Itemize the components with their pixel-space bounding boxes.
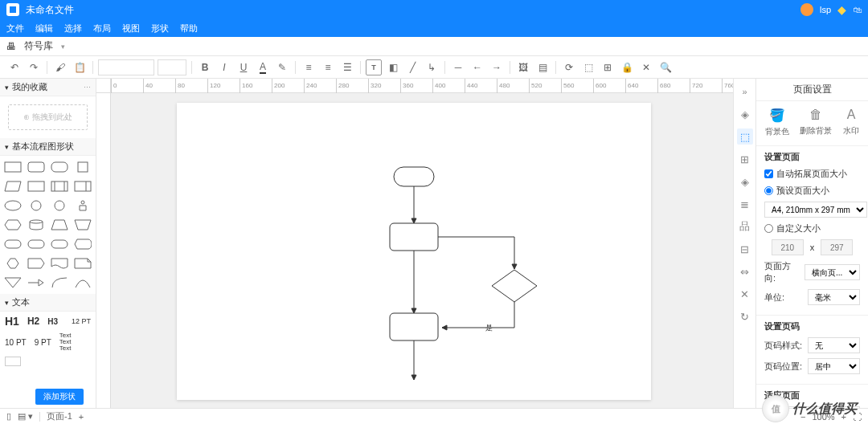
menu-edit[interactable]: 编辑 bbox=[35, 22, 53, 35]
preset-size-radio[interactable] bbox=[764, 186, 773, 195]
settings-icon[interactable]: ✕ bbox=[638, 59, 654, 75]
resize-icon[interactable]: ⇔ bbox=[737, 263, 753, 279]
shape-rect[interactable] bbox=[3, 159, 23, 175]
shape-hexagon[interactable] bbox=[3, 217, 23, 233]
group-icon[interactable]: ⊞ bbox=[600, 59, 616, 75]
vip-icon[interactable]: ◆ bbox=[837, 3, 846, 16]
shape-actor[interactable] bbox=[72, 198, 92, 214]
shape-roundrect2[interactable] bbox=[50, 159, 70, 175]
zoom-in-button[interactable]: + bbox=[841, 412, 846, 422]
shape-arc2[interactable] bbox=[72, 275, 92, 291]
shape-circle2[interactable] bbox=[50, 198, 70, 214]
shape-flag[interactable] bbox=[27, 255, 47, 271]
shape-card[interactable] bbox=[72, 178, 92, 194]
terminator-shape[interactable] bbox=[394, 167, 434, 186]
shape-tri[interactable] bbox=[3, 275, 23, 291]
font-family-select[interactable] bbox=[98, 59, 154, 75]
layers-strip-icon[interactable]: ◈ bbox=[737, 173, 753, 190]
redo-icon[interactable]: ↷ bbox=[26, 59, 42, 75]
line-style-icon[interactable]: ─ bbox=[450, 59, 466, 75]
process-shape-2[interactable] bbox=[390, 313, 438, 340]
shape-stadium2[interactable] bbox=[27, 236, 47, 252]
shape-terminator[interactable] bbox=[50, 236, 70, 252]
page-list-icon[interactable]: ▤ ▾ bbox=[18, 411, 33, 422]
tab-bg-color[interactable]: 🪣背景色 bbox=[765, 108, 789, 137]
page-settings-icon[interactable]: ⬚ bbox=[737, 128, 753, 145]
arrow-start-icon[interactable]: ← bbox=[469, 59, 485, 75]
lock-icon[interactable]: 🔒 bbox=[619, 59, 635, 75]
basic-shapes-header[interactable]: ▾基本流程图形状 bbox=[0, 138, 96, 156]
shape-roundrect[interactable] bbox=[27, 159, 47, 175]
shape-square[interactable] bbox=[72, 159, 92, 175]
custom-size-radio[interactable] bbox=[764, 224, 773, 233]
shape-display[interactable] bbox=[72, 236, 92, 252]
grid-icon[interactable]: ⊞ bbox=[737, 151, 753, 167]
print-icon[interactable]: 🖶 bbox=[6, 41, 16, 52]
shape-circle[interactable] bbox=[27, 198, 47, 214]
fill-color-icon[interactable]: ◧ bbox=[385, 59, 401, 75]
shape-arc[interactable] bbox=[50, 275, 70, 291]
clipboard-icon[interactable]: 📋 bbox=[72, 59, 88, 75]
number-style-select[interactable]: 无 bbox=[808, 337, 860, 353]
shape-subprocess[interactable] bbox=[50, 178, 70, 194]
shape-line[interactable] bbox=[27, 275, 47, 291]
user-name[interactable]: lsp bbox=[820, 5, 831, 14]
font-color-icon[interactable]: A bbox=[255, 59, 271, 75]
align-icon[interactable]: ⬚ bbox=[580, 59, 596, 75]
heading-h2[interactable]: H2 bbox=[27, 316, 39, 327]
cart-icon[interactable]: 🛍 bbox=[853, 5, 862, 14]
decision-shape[interactable] bbox=[492, 270, 537, 302]
history-icon[interactable]: ↻ bbox=[737, 308, 753, 324]
tab-watermark[interactable]: A水印 bbox=[843, 108, 859, 137]
text-sample[interactable]: TextTextText bbox=[59, 332, 72, 352]
arrow-end-icon[interactable]: → bbox=[489, 59, 505, 75]
menu-help[interactable]: 帮助 bbox=[180, 22, 198, 35]
bold-icon[interactable]: B bbox=[197, 59, 213, 75]
tab-delete-bg[interactable]: 🗑删除背景 bbox=[800, 108, 832, 137]
collapse-right-icon[interactable]: » bbox=[737, 84, 753, 100]
layers-icon[interactable]: ▤ bbox=[534, 59, 551, 75]
number-position-select[interactable]: 居中 bbox=[808, 358, 860, 374]
menu-select[interactable]: 选择 bbox=[64, 22, 82, 35]
arrange-icon[interactable]: ✕ bbox=[737, 286, 753, 302]
underline-icon[interactable]: U bbox=[235, 59, 252, 75]
shape-library-toggle[interactable]: 符号库 bbox=[24, 39, 53, 53]
crop-to-content-button[interactable]: ▣根据内容裁剪页面 bbox=[764, 406, 860, 408]
auto-expand-checkbox[interactable] bbox=[764, 169, 773, 178]
process-shape-1[interactable] bbox=[390, 223, 438, 251]
list-icon[interactable]: ☰ bbox=[339, 59, 355, 75]
menu-file[interactable]: 文件 bbox=[6, 22, 24, 35]
shape-cylinder[interactable] bbox=[27, 217, 47, 233]
menu-shape[interactable]: 形状 bbox=[151, 22, 169, 35]
highlight-icon[interactable]: ✎ bbox=[274, 59, 290, 75]
align-center-icon[interactable]: ≡ bbox=[320, 59, 336, 75]
shape-stadium[interactable] bbox=[3, 236, 23, 252]
canvas-area[interactable]: 0408012016020024028032036040044048052056… bbox=[96, 79, 733, 408]
db-icon[interactable]: ≣ bbox=[737, 196, 753, 212]
favorites-header[interactable]: ▾我的收藏⋯ bbox=[0, 79, 96, 96]
shape-note[interactable] bbox=[72, 255, 92, 271]
theme-icon[interactable]: ◈ bbox=[737, 106, 753, 122]
add-shapes-button[interactable]: 添加形状 bbox=[35, 389, 84, 405]
shape-rect2[interactable] bbox=[27, 178, 47, 194]
text-header[interactable]: ▾文本 bbox=[0, 294, 96, 312]
insert-image-icon[interactable]: 🖼 bbox=[515, 59, 531, 75]
line-color-icon[interactable]: ╱ bbox=[404, 59, 420, 75]
fullscreen-icon[interactable]: ⛶ bbox=[853, 412, 862, 422]
align-strip-icon[interactable]: 品 bbox=[737, 218, 753, 234]
page-tab[interactable]: 页面-1 bbox=[47, 410, 72, 422]
heading-h3[interactable]: H3 bbox=[47, 317, 58, 326]
shape-trapezoid2[interactable] bbox=[72, 217, 92, 233]
favorites-dropzone[interactable]: ⊕ 拖拽到此处 bbox=[8, 104, 88, 130]
shape-parallelogram[interactable] bbox=[3, 178, 23, 194]
user-avatar[interactable] bbox=[800, 3, 813, 16]
undo-icon[interactable]: ↶ bbox=[6, 59, 23, 75]
italic-icon[interactable]: I bbox=[216, 59, 232, 75]
shape-trapezoid[interactable] bbox=[50, 217, 70, 233]
page-size-select[interactable]: A4, 210mm x 297 mm bbox=[764, 202, 867, 218]
orientation-select[interactable]: 横向页... bbox=[805, 264, 860, 280]
outline-icon[interactable]: ▯ bbox=[6, 411, 11, 422]
menu-view[interactable]: 视图 bbox=[122, 22, 140, 35]
heading-h1[interactable]: H1 bbox=[5, 315, 19, 328]
unit-select[interactable]: 毫米 bbox=[808, 289, 860, 305]
